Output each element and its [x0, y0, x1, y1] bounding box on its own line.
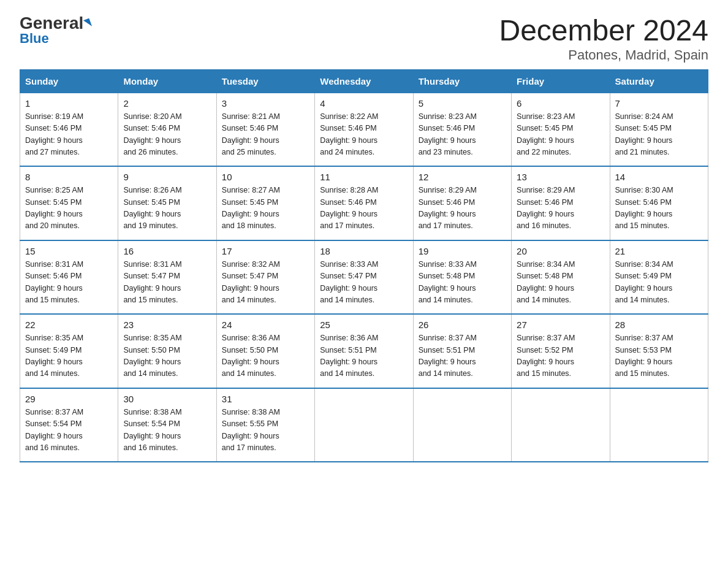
calendar-cell: 22 Sunrise: 8:35 AMSunset: 5:49 PMDaylig… — [20, 314, 118, 388]
calendar-cell: 27 Sunrise: 8:37 AMSunset: 5:52 PMDaylig… — [512, 314, 610, 388]
calendar-cell: 13 Sunrise: 8:29 AMSunset: 5:46 PMDaylig… — [512, 166, 610, 240]
day-number: 30 — [123, 394, 211, 404]
calendar-cell: 7 Sunrise: 8:24 AMSunset: 5:45 PMDayligh… — [610, 93, 708, 166]
day-number: 17 — [222, 246, 309, 256]
header-monday: Monday — [118, 69, 216, 93]
day-info: Sunrise: 8:38 AMSunset: 5:55 PMDaylight:… — [222, 408, 280, 452]
day-number: 6 — [517, 98, 604, 109]
day-number: 15 — [25, 246, 113, 256]
calendar-cell: 19 Sunrise: 8:33 AMSunset: 5:48 PMDaylig… — [413, 240, 511, 315]
day-number: 11 — [320, 172, 408, 182]
calendar-cell: 3 Sunrise: 8:21 AMSunset: 5:46 PMDayligh… — [216, 93, 314, 166]
calendar-cell: 20 Sunrise: 8:34 AMSunset: 5:48 PMDaylig… — [512, 240, 610, 315]
calendar-cell — [413, 388, 511, 462]
day-info: Sunrise: 8:23 AMSunset: 5:45 PMDaylight:… — [517, 112, 575, 156]
calendar-week-row: 29 Sunrise: 8:37 AMSunset: 5:54 PMDaylig… — [20, 388, 708, 462]
calendar-cell: 17 Sunrise: 8:32 AMSunset: 5:47 PMDaylig… — [216, 240, 314, 315]
calendar-table: SundayMondayTuesdayWednesdayThursdayFrid… — [20, 69, 708, 463]
calendar-header-row: SundayMondayTuesdayWednesdayThursdayFrid… — [20, 69, 708, 93]
day-number: 27 — [517, 320, 604, 330]
day-number: 13 — [517, 172, 604, 182]
calendar-cell: 26 Sunrise: 8:37 AMSunset: 5:51 PMDaylig… — [413, 314, 511, 388]
calendar-cell: 23 Sunrise: 8:35 AMSunset: 5:50 PMDaylig… — [118, 314, 216, 388]
calendar-cell: 21 Sunrise: 8:34 AMSunset: 5:49 PMDaylig… — [610, 240, 708, 315]
calendar-cell: 25 Sunrise: 8:36 AMSunset: 5:51 PMDaylig… — [315, 314, 413, 388]
header-saturday: Saturday — [610, 69, 708, 93]
logo: General Blue — [20, 15, 91, 45]
calendar-cell: 6 Sunrise: 8:23 AMSunset: 5:45 PMDayligh… — [512, 93, 610, 166]
day-info: Sunrise: 8:24 AMSunset: 5:45 PMDaylight:… — [615, 112, 673, 156]
calendar-cell — [315, 388, 413, 462]
day-number: 10 — [222, 172, 309, 182]
calendar-cell: 4 Sunrise: 8:22 AMSunset: 5:46 PMDayligh… — [315, 93, 413, 166]
day-info: Sunrise: 8:38 AMSunset: 5:54 PMDaylight:… — [123, 408, 181, 452]
header-friday: Friday — [512, 69, 610, 93]
day-number: 29 — [25, 394, 113, 404]
calendar-cell — [512, 388, 610, 462]
day-info: Sunrise: 8:29 AMSunset: 5:46 PMDaylight:… — [517, 186, 575, 230]
calendar-cell: 24 Sunrise: 8:36 AMSunset: 5:50 PMDaylig… — [216, 314, 314, 388]
day-number: 18 — [320, 246, 408, 256]
calendar-week-row: 15 Sunrise: 8:31 AMSunset: 5:46 PMDaylig… — [20, 240, 708, 315]
calendar-cell: 31 Sunrise: 8:38 AMSunset: 5:55 PMDaylig… — [216, 388, 314, 462]
day-info: Sunrise: 8:33 AMSunset: 5:47 PMDaylight:… — [320, 260, 378, 304]
day-info: Sunrise: 8:37 AMSunset: 5:53 PMDaylight:… — [615, 334, 673, 378]
calendar-week-row: 8 Sunrise: 8:25 AMSunset: 5:45 PMDayligh… — [20, 166, 708, 240]
calendar-cell: 9 Sunrise: 8:26 AMSunset: 5:45 PMDayligh… — [118, 166, 216, 240]
day-info: Sunrise: 8:25 AMSunset: 5:45 PMDaylight:… — [25, 186, 83, 230]
calendar-subtitle: Patones, Madrid, Spain — [499, 47, 708, 63]
day-number: 4 — [320, 98, 408, 109]
header-sunday: Sunday — [20, 69, 118, 93]
calendar-cell: 16 Sunrise: 8:31 AMSunset: 5:47 PMDaylig… — [118, 240, 216, 315]
calendar-cell: 29 Sunrise: 8:37 AMSunset: 5:54 PMDaylig… — [20, 388, 118, 462]
day-info: Sunrise: 8:34 AMSunset: 5:49 PMDaylight:… — [615, 260, 673, 304]
day-number: 20 — [517, 246, 604, 256]
day-number: 31 — [222, 394, 309, 404]
calendar-cell: 30 Sunrise: 8:38 AMSunset: 5:54 PMDaylig… — [118, 388, 216, 462]
day-info: Sunrise: 8:36 AMSunset: 5:50 PMDaylight:… — [222, 334, 280, 378]
calendar-cell — [610, 388, 708, 462]
day-info: Sunrise: 8:19 AMSunset: 5:46 PMDaylight:… — [25, 112, 83, 156]
day-info: Sunrise: 8:33 AMSunset: 5:48 PMDaylight:… — [419, 260, 477, 304]
title-block: December 2024 Patones, Madrid, Spain — [499, 15, 708, 63]
day-number: 21 — [615, 246, 703, 256]
day-info: Sunrise: 8:20 AMSunset: 5:46 PMDaylight:… — [123, 112, 181, 156]
calendar-cell: 10 Sunrise: 8:27 AMSunset: 5:45 PMDaylig… — [216, 166, 314, 240]
logo-triangle-icon — [83, 18, 92, 28]
calendar-cell: 5 Sunrise: 8:23 AMSunset: 5:46 PMDayligh… — [413, 93, 511, 166]
day-number: 14 — [615, 172, 703, 182]
calendar-cell: 14 Sunrise: 8:30 AMSunset: 5:46 PMDaylig… — [610, 166, 708, 240]
day-info: Sunrise: 8:31 AMSunset: 5:47 PMDaylight:… — [123, 260, 181, 304]
day-number: 7 — [615, 98, 703, 109]
header-wednesday: Wednesday — [315, 69, 413, 93]
calendar-cell: 18 Sunrise: 8:33 AMSunset: 5:47 PMDaylig… — [315, 240, 413, 315]
day-number: 28 — [615, 320, 703, 330]
day-number: 12 — [419, 172, 506, 182]
day-number: 2 — [123, 98, 211, 109]
header-thursday: Thursday — [413, 69, 511, 93]
header-tuesday: Tuesday — [216, 69, 314, 93]
day-info: Sunrise: 8:27 AMSunset: 5:45 PMDaylight:… — [222, 186, 280, 230]
day-info: Sunrise: 8:26 AMSunset: 5:45 PMDaylight:… — [123, 186, 181, 230]
logo-blue-text: Blue — [20, 32, 49, 45]
day-info: Sunrise: 8:21 AMSunset: 5:46 PMDaylight:… — [222, 112, 280, 156]
calendar-cell: 2 Sunrise: 8:20 AMSunset: 5:46 PMDayligh… — [118, 93, 216, 166]
calendar-week-row: 1 Sunrise: 8:19 AMSunset: 5:46 PMDayligh… — [20, 93, 708, 166]
calendar-week-row: 22 Sunrise: 8:35 AMSunset: 5:49 PMDaylig… — [20, 314, 708, 388]
day-info: Sunrise: 8:36 AMSunset: 5:51 PMDaylight:… — [320, 334, 378, 378]
calendar-cell: 12 Sunrise: 8:29 AMSunset: 5:46 PMDaylig… — [413, 166, 511, 240]
calendar-cell: 28 Sunrise: 8:37 AMSunset: 5:53 PMDaylig… — [610, 314, 708, 388]
day-info: Sunrise: 8:30 AMSunset: 5:46 PMDaylight:… — [615, 186, 673, 230]
day-number: 22 — [25, 320, 113, 330]
day-info: Sunrise: 8:32 AMSunset: 5:47 PMDaylight:… — [222, 260, 280, 304]
calendar-cell: 1 Sunrise: 8:19 AMSunset: 5:46 PMDayligh… — [20, 93, 118, 166]
day-info: Sunrise: 8:28 AMSunset: 5:46 PMDaylight:… — [320, 186, 378, 230]
day-info: Sunrise: 8:35 AMSunset: 5:49 PMDaylight:… — [25, 334, 83, 378]
day-number: 24 — [222, 320, 309, 330]
day-number: 3 — [222, 98, 309, 109]
day-number: 5 — [419, 98, 506, 109]
day-number: 26 — [419, 320, 506, 330]
day-info: Sunrise: 8:23 AMSunset: 5:46 PMDaylight:… — [419, 112, 477, 156]
day-number: 1 — [25, 98, 113, 109]
day-number: 16 — [123, 246, 211, 256]
